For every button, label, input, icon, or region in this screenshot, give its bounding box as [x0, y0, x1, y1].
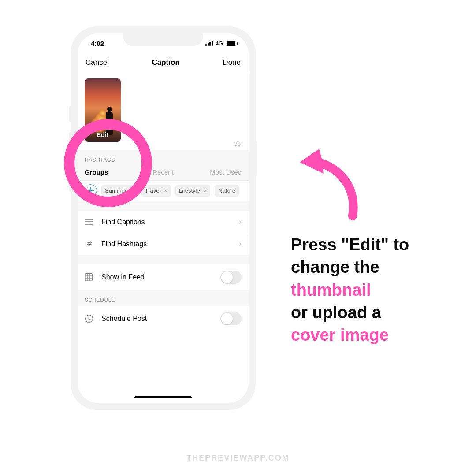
done-button[interactable]: Done: [223, 58, 241, 67]
row-label: Schedule Post: [101, 315, 213, 323]
schedule-post-row: Schedule Post: [78, 306, 249, 331]
annotation-text: Press "Edit" to change the thumbnail or …: [291, 234, 445, 346]
callout-line: or upload a: [291, 301, 445, 324]
callout-line: change the: [291, 256, 445, 279]
tab-most-used[interactable]: Most Used: [189, 168, 242, 176]
row-label: Find Hashtags: [101, 240, 232, 248]
caption-counter: 30: [234, 141, 241, 147]
svg-rect-0: [85, 274, 92, 281]
callout-line-highlight: cover image: [291, 324, 445, 346]
schedule-post-toggle[interactable]: [220, 312, 242, 325]
phone-screen: 4:02 4G Cancel Caption Done Edit 30 HASH…: [78, 33, 249, 403]
chevron-right-icon: ›: [239, 217, 242, 227]
add-hashtag-button[interactable]: [85, 184, 97, 197]
phone-power-button: [255, 141, 257, 176]
hashtags-section-label: HASHTAGS: [78, 150, 249, 166]
signal-icon: [205, 41, 213, 46]
tab-groups[interactable]: Groups: [85, 168, 137, 176]
annotation-arrow: [291, 141, 370, 220]
caption-area[interactable]: Edit 30: [78, 72, 249, 150]
chip-label: Summer: [105, 187, 126, 194]
hashtag-chip[interactable]: Summer×: [101, 185, 137, 197]
show-in-feed-row: Show in Feed: [78, 264, 249, 290]
hashtag-chip[interactable]: Nature: [215, 185, 239, 197]
chip-label: Nature: [218, 187, 235, 194]
row-label: Show in Feed: [101, 273, 213, 281]
video-thumbnail[interactable]: Edit: [85, 78, 121, 142]
phone-frame: 4:02 4G Cancel Caption Done Edit 30 HASH…: [71, 26, 256, 410]
chip-label: Travel: [145, 187, 161, 194]
battery-icon: [226, 41, 236, 46]
callout-line-highlight: thumbnail: [291, 279, 445, 301]
hashtag-chip[interactable]: Lifestyle×: [175, 185, 210, 197]
chip-remove-icon[interactable]: ×: [204, 187, 207, 194]
home-indicator[interactable]: [134, 396, 192, 398]
tab-recent[interactable]: Recent: [137, 168, 190, 176]
cancel-button[interactable]: Cancel: [86, 58, 109, 67]
page-title: Caption: [152, 58, 180, 67]
status-time: 4:02: [91, 40, 104, 47]
chip-label: Lifestyle: [179, 187, 200, 194]
row-label: Find Captions: [101, 218, 232, 226]
find-captions-row[interactable]: Find Captions ›: [78, 211, 249, 233]
edit-thumbnail-button[interactable]: Edit: [85, 131, 121, 138]
chip-remove-icon[interactable]: ×: [130, 187, 134, 194]
hashtag-chips-row[interactable]: Summer× Travel× Lifestyle× Nature: [78, 180, 249, 201]
paragraph-icon: [85, 219, 94, 225]
grid-icon: [85, 273, 94, 281]
schedule-section-label: SCHEDULE: [78, 290, 249, 306]
footer-watermark: THEPREVIEWAPP.COM: [0, 454, 476, 463]
chevron-right-icon: ›: [239, 239, 242, 249]
show-in-feed-toggle[interactable]: [220, 271, 242, 284]
hashtag-chip[interactable]: Travel×: [141, 185, 171, 197]
phone-side-button: [69, 165, 71, 192]
nav-bar: Cancel Caption Done: [78, 53, 249, 72]
status-network: 4G: [216, 40, 223, 47]
phone-side-button: [69, 132, 71, 159]
phone-notch: [123, 33, 203, 46]
clock-icon: [85, 314, 94, 323]
hashtag-icon: #: [85, 239, 94, 249]
hashtag-tabs: Groups Recent Most Used: [78, 166, 249, 180]
phone-side-button: [69, 106, 71, 122]
chip-remove-icon[interactable]: ×: [164, 187, 167, 194]
callout-line: Press "Edit" to: [291, 234, 445, 256]
plus-icon: [88, 187, 94, 193]
find-hashtags-row[interactable]: # Find Hashtags ›: [78, 233, 249, 255]
